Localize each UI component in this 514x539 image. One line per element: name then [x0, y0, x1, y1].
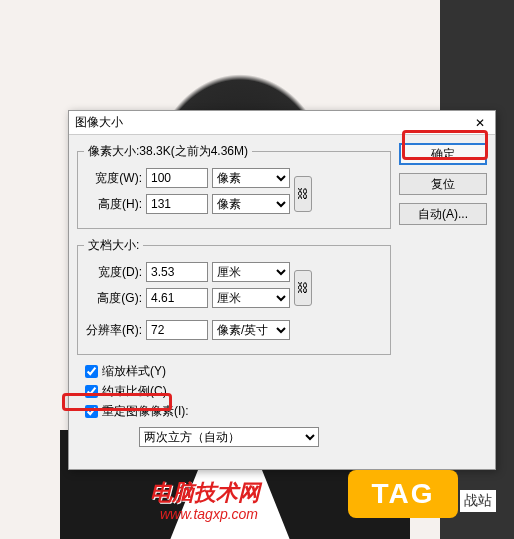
- tag-badge: TAG: [348, 470, 458, 518]
- scale-styles-checkbox[interactable]: [85, 365, 98, 378]
- resolution-input[interactable]: [146, 320, 208, 340]
- px-height-label: 高度(H):: [84, 196, 142, 213]
- doc-width-label: 宽度(D):: [84, 264, 142, 281]
- doc-height-label: 高度(G):: [84, 290, 142, 307]
- dialog-titlebar: 图像大小 ✕: [69, 111, 495, 135]
- resample-label: 重定图像像素(I):: [102, 403, 189, 420]
- auto-button[interactable]: 自动(A)...: [399, 203, 487, 225]
- watermark-url: www.tagxp.com: [160, 506, 258, 522]
- doc-height-input[interactable]: [146, 288, 208, 308]
- ok-button[interactable]: 确定: [399, 143, 487, 165]
- resolution-label: 分辨率(R):: [84, 322, 142, 339]
- dialog-right-panel: 确定 复位 自动(A)...: [399, 143, 487, 447]
- pixel-dimensions-group: 像素大小:38.3K(之前为4.36M) 宽度(W): 像素 高度(H): 像素: [77, 143, 391, 229]
- link-icon[interactable]: ⛓: [294, 270, 312, 306]
- px-width-label: 宽度(W):: [84, 170, 142, 187]
- constrain-label: 约束比例(C): [102, 383, 167, 400]
- resolution-unit-select[interactable]: 像素/英寸: [212, 320, 290, 340]
- tag-suffix: 战站: [460, 490, 496, 512]
- pixel-dims-legend: 像素大小:38.3K(之前为4.36M): [84, 143, 252, 160]
- px-height-unit-select[interactable]: 像素: [212, 194, 290, 214]
- reset-button[interactable]: 复位: [399, 173, 487, 195]
- dialog-title: 图像大小: [75, 114, 123, 131]
- document-size-group: 文档大小: 宽度(D): 厘米 高度(G): 厘米: [77, 237, 391, 355]
- image-size-dialog: 图像大小 ✕ 像素大小:38.3K(之前为4.36M) 宽度(W): 像素 高度…: [68, 110, 496, 470]
- close-icon[interactable]: ✕: [471, 116, 489, 130]
- resample-method-select[interactable]: 两次立方（自动）: [139, 427, 319, 447]
- px-height-input[interactable]: [146, 194, 208, 214]
- link-icon[interactable]: ⛓: [294, 176, 312, 212]
- doc-height-unit-select[interactable]: 厘米: [212, 288, 290, 308]
- watermark-text: 电脑技术网: [150, 478, 260, 508]
- doc-width-input[interactable]: [146, 262, 208, 282]
- doc-size-legend: 文档大小:: [84, 237, 143, 254]
- scale-styles-label: 缩放样式(Y): [102, 363, 166, 380]
- px-width-unit-select[interactable]: 像素: [212, 168, 290, 188]
- doc-width-unit-select[interactable]: 厘米: [212, 262, 290, 282]
- constrain-proportions-checkbox[interactable]: [85, 385, 98, 398]
- dialog-left-panel: 像素大小:38.3K(之前为4.36M) 宽度(W): 像素 高度(H): 像素: [77, 143, 391, 447]
- px-width-input[interactable]: [146, 168, 208, 188]
- resample-checkbox[interactable]: [85, 405, 98, 418]
